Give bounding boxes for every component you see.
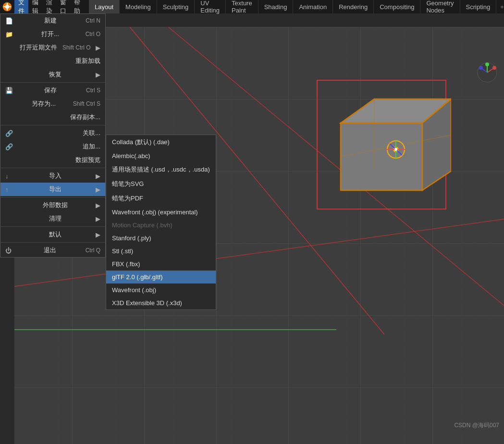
menu-item-new[interactable]: 📄 新建 Ctrl N (0, 14, 105, 27)
menu-window[interactable]: 窗口 (56, 0, 70, 13)
menu-item-open-recent[interactable]: 打开近期文件 Shift Ctrl O ▶ (0, 41, 105, 54)
menu-item-export[interactable]: ↑ 导出 ▶ (0, 183, 105, 196)
append-label: 追加... (83, 142, 100, 151)
open-shortcut: Ctrl O (86, 31, 100, 37)
new-shortcut: Ctrl N (86, 17, 100, 24)
tab-scripting[interactable]: Scripting (460, 0, 497, 13)
top-bar: 文件 编辑 渲染 窗口 帮助 Layout Modeling Sculpting… (0, 0, 504, 13)
svg-rect-3 (3, 6, 11, 7)
open-recent-label: 打开近期文件 (20, 43, 57, 52)
menu-item-open[interactable]: 📁 打开... Ctrl O (0, 27, 105, 41)
export-arrow: ▶ (96, 186, 100, 193)
tab-shading[interactable]: Shading (258, 0, 294, 13)
tab-compositing[interactable]: Compositing (374, 0, 420, 13)
open-icon: 📁 (5, 31, 15, 38)
export-grease-pdf[interactable]: 蜡笔为PDF (106, 191, 216, 206)
export-submenu: Collada (默认) (.dae) Alembic(.abc) 通用场景描述… (106, 135, 216, 310)
open-label: 打开... (41, 30, 59, 38)
menu-edit[interactable]: 编辑 (28, 0, 42, 13)
export-icon: ↑ (5, 186, 15, 193)
menu-item-append[interactable]: 🔗 追加... (0, 140, 105, 153)
link-label: 关联... (83, 129, 100, 137)
separator-4 (0, 197, 105, 197)
export-fbx[interactable]: FBX (.fbx) (106, 258, 216, 271)
export-usd[interactable]: 通用场景描述 (.usd，.usdc，.usda) (106, 162, 216, 177)
save-copy-label: 保存副本... (70, 113, 100, 122)
menu-item-clean[interactable]: 清理 ▶ (0, 212, 105, 225)
menu-item-save-as[interactable]: 另存为... Shift Ctrl S (0, 97, 105, 111)
clean-arrow: ▶ (96, 215, 100, 222)
menu-help[interactable]: 帮助 (70, 0, 84, 13)
separator-6 (0, 242, 105, 243)
tab-uv-editing[interactable]: UV Editing (195, 0, 226, 13)
tab-add-button[interactable]: + (496, 0, 504, 13)
blender-logo[interactable] (0, 0, 14, 13)
tab-geometry-nodes[interactable]: Geometry Nodes (420, 0, 460, 13)
menu-item-data-preview[interactable]: 数据预览 (0, 153, 105, 167)
export-gltf[interactable]: glTF 2.0 (.glb/.gltf) (106, 271, 216, 284)
tab-layout[interactable]: Layout (89, 0, 120, 13)
viewport-gizmo[interactable] (475, 61, 499, 85)
defaults-label: 默认 (49, 230, 61, 239)
menu-items: 文件 编辑 渲染 窗口 帮助 (14, 0, 84, 13)
quit-icon: ⏻ (5, 247, 15, 254)
menu-item-revert[interactable]: 重新加载 (0, 54, 105, 68)
import-icon: ↓ (5, 173, 15, 180)
export-stl[interactable]: Stl (.stl) (106, 245, 216, 258)
tab-rendering[interactable]: Rendering (333, 0, 374, 13)
menu-item-link[interactable]: 🔗 关联... (0, 126, 105, 140)
menu-item-recover[interactable]: 恢复 ▶ (0, 68, 105, 81)
svg-point-26 (485, 62, 489, 66)
watermark: CSDN @海码007 (454, 421, 499, 430)
svg-marker-10 (341, 123, 422, 190)
tab-texture-paint[interactable]: Texture Paint (226, 0, 258, 13)
recover-label: 恢复 (49, 70, 61, 79)
export-x3d[interactable]: X3D Extensible 3D (.x3d) (106, 296, 216, 309)
recover-arrow: ▶ (96, 71, 100, 78)
tab-modeling[interactable]: Modeling (120, 0, 157, 13)
export-stanford[interactable]: Stanford (.ply) (106, 232, 216, 245)
export-motion-capture: Motion Capture (.bvh) (106, 219, 216, 232)
import-label: 导入 (49, 172, 61, 180)
external-data-arrow: ▶ (96, 202, 100, 209)
save-label: 保存 (44, 86, 57, 95)
menu-item-import[interactable]: ↓ 导入 ▶ (0, 169, 105, 183)
external-data-label: 外部数据 (43, 201, 68, 210)
menu-render[interactable]: 渲染 (42, 0, 56, 13)
menu-item-defaults[interactable]: 默认 ▶ (0, 228, 105, 241)
menu-item-save-copy[interactable]: 保存副本... (0, 111, 105, 124)
svg-point-27 (479, 66, 483, 70)
tab-sculpting[interactable]: Sculpting (157, 0, 195, 13)
separator-3 (0, 168, 105, 168)
menu-item-quit[interactable]: ⏻ 退出 Ctrl Q (0, 244, 105, 257)
defaults-arrow: ▶ (96, 231, 100, 238)
separator-2 (0, 125, 105, 125)
clean-label: 清理 (49, 214, 61, 223)
save-as-shortcut: Shift Ctrl S (73, 100, 100, 107)
save-shortcut: Ctrl S (86, 87, 100, 94)
link-icon: 🔗 (5, 130, 15, 137)
menu-item-save[interactable]: 💾 保存 Ctrl S (0, 84, 105, 97)
export-wavefront[interactable]: Wavefront (.obj) (106, 284, 216, 296)
export-collada[interactable]: Collada (默认) (.dae) (106, 135, 216, 149)
revert-label: 重新加载 (75, 57, 100, 65)
svg-point-20 (394, 148, 397, 151)
export-label: 导出 (49, 185, 61, 194)
workspace-tabs: Layout Modeling Sculpting UV Editing Tex… (89, 0, 504, 13)
new-label: 新建 (44, 16, 57, 25)
separator-5 (0, 226, 105, 227)
svg-point-25 (492, 66, 496, 70)
save-icon: 💾 (5, 87, 15, 94)
import-arrow: ▶ (96, 173, 100, 180)
3d-cube (312, 75, 451, 214)
new-icon: 📄 (5, 17, 15, 25)
export-grease-svg[interactable]: 蜡笔为SVG (106, 177, 216, 191)
quit-shortcut: Ctrl Q (86, 247, 100, 254)
tab-animation[interactable]: Animation (293, 0, 333, 13)
export-alembic[interactable]: Alembic(.abc) (106, 149, 216, 162)
menu-item-external-data[interactable]: 外部数据 ▶ (0, 198, 105, 212)
export-wavefront-exp[interactable]: Wavefront (.obj) (experimental) (106, 206, 216, 219)
data-preview-label: 数据预览 (75, 156, 100, 164)
menu-file[interactable]: 文件 (14, 0, 28, 13)
separator-1 (0, 82, 105, 83)
